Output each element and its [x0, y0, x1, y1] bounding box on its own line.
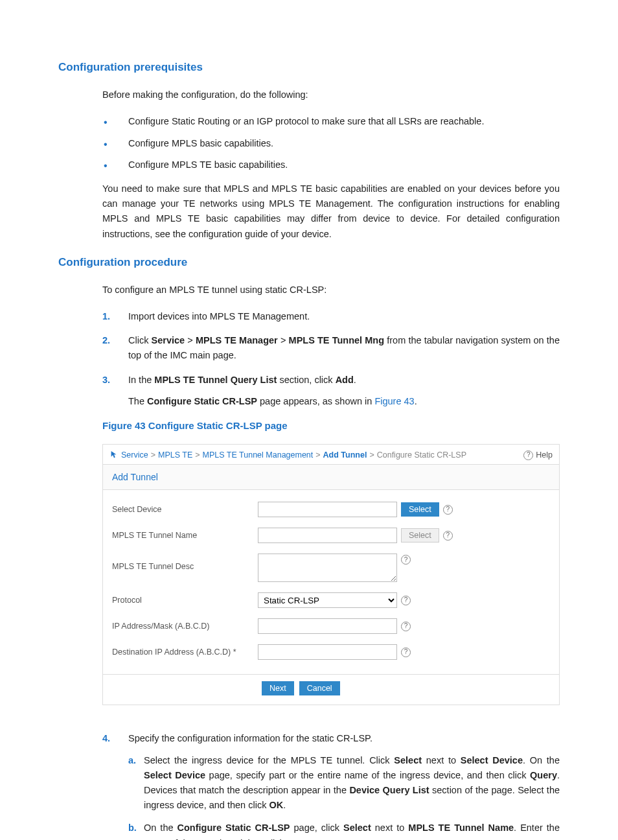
section-heading-prerequisites: Configuration prerequisites: [58, 58, 560, 76]
label-dest-ip: Destination IP Address (A.B.C.D) *: [112, 646, 258, 659]
prereq-bullet-list: Configure Static Routing or an IGP proto…: [102, 114, 560, 172]
section-heading-procedure: Configuration procedure: [58, 253, 560, 271]
step-text: In the MPLS TE Tunnel Query List section…: [128, 373, 560, 388]
breadcrumb-item[interactable]: MPLS TE: [158, 449, 192, 461]
pointer-icon: [109, 450, 119, 460]
breadcrumb: Service > MPLS TE > MPLS TE Tunnel Manag…: [109, 449, 466, 461]
label-ip-mask: IP Address/Mask (A.B.C.D): [112, 620, 258, 633]
help-icon[interactable]: ?: [401, 555, 411, 565]
help-icon[interactable]: ?: [401, 596, 411, 605]
help-icon[interactable]: ?: [443, 505, 453, 515]
help-icon[interactable]: ?: [443, 531, 453, 541]
panel-title: Add Tunnel: [103, 464, 559, 490]
breadcrumb-item[interactable]: Service: [121, 449, 148, 461]
figure-link[interactable]: Figure 43: [374, 396, 414, 406]
procedure-steps-continued: Specify the configuration information fo…: [102, 731, 560, 840]
select-device-input[interactable]: [258, 502, 397, 517]
prereq-bullet: Configure Static Routing or an IGP proto…: [128, 114, 560, 129]
tunnel-name-input[interactable]: [258, 528, 397, 543]
ip-mask-input[interactable]: [258, 618, 397, 634]
procedure-steps: Import devices into MPLS TE Management. …: [102, 309, 560, 409]
help-icon[interactable]: ?: [401, 622, 411, 631]
breadcrumb-item[interactable]: Add Tunnel: [323, 449, 367, 461]
substep-b: On the Configure Static CR-LSP page, cli…: [144, 821, 560, 840]
breadcrumb-item[interactable]: MPLS TE Tunnel Management: [203, 449, 314, 461]
step-1: Import devices into MPLS TE Management.: [128, 309, 560, 324]
label-tunnel-name: MPLS TE Tunnel Name: [112, 529, 258, 542]
step-text: Specify the configuration information fo…: [128, 731, 560, 746]
step-2: Click Service > MPLS TE Manager > MPLS T…: [128, 333, 560, 363]
step-text: Click Service > MPLS TE Manager > MPLS T…: [128, 333, 560, 363]
substep-a: Select the ingress device for the MPLS T…: [144, 753, 560, 813]
label-tunnel-desc: MPLS TE Tunnel Desc: [112, 554, 258, 573]
figure-caption: Figure 43 Configure Static CR-LSP page: [102, 418, 560, 434]
substeps: Select the ingress device for the MPLS T…: [128, 753, 560, 840]
step-4: Specify the configuration information fo…: [128, 731, 560, 840]
form-body: Select Device Select ? MPLS TE Tunnel Na…: [103, 490, 559, 674]
procedure-intro: To configure an MPLS TE tunnel using sta…: [102, 283, 560, 298]
figure-43: Service > MPLS TE > MPLS TE Tunnel Manag…: [102, 444, 560, 705]
prereq-bullet: Configure MPLS basic capabilities.: [128, 136, 560, 151]
select-tunnel-name-button[interactable]: Select: [401, 528, 439, 542]
label-select-device: Select Device: [112, 503, 258, 516]
next-button[interactable]: Next: [262, 681, 294, 695]
dest-ip-input[interactable]: [258, 644, 397, 660]
label-protocol: Protocol: [112, 594, 258, 607]
protocol-select[interactable]: Static CR-LSP: [258, 592, 397, 608]
breadcrumb-current: Configure Static CR-LSP: [377, 449, 466, 461]
prereq-paragraph: You need to make sure that MPLS and MPLS…: [102, 181, 560, 242]
cancel-button[interactable]: Cancel: [299, 681, 340, 695]
prereq-bullet: Configure MPLS TE basic capabilities.: [128, 158, 560, 172]
select-device-button[interactable]: Select: [401, 502, 439, 517]
help-icon[interactable]: ?: [401, 648, 411, 657]
help-link[interactable]: ? Help: [523, 449, 553, 461]
step-text: Import devices into MPLS TE Management.: [128, 309, 560, 324]
form-footer: Next Cancel: [103, 674, 559, 705]
step-text: The Configure Static CR-LSP page appears…: [128, 394, 560, 409]
prereq-intro: Before making the configuration, do the …: [102, 88, 560, 102]
help-icon: ?: [523, 450, 533, 460]
step-3: In the MPLS TE Tunnel Query List section…: [128, 373, 560, 409]
tunnel-desc-textarea[interactable]: [258, 554, 397, 582]
